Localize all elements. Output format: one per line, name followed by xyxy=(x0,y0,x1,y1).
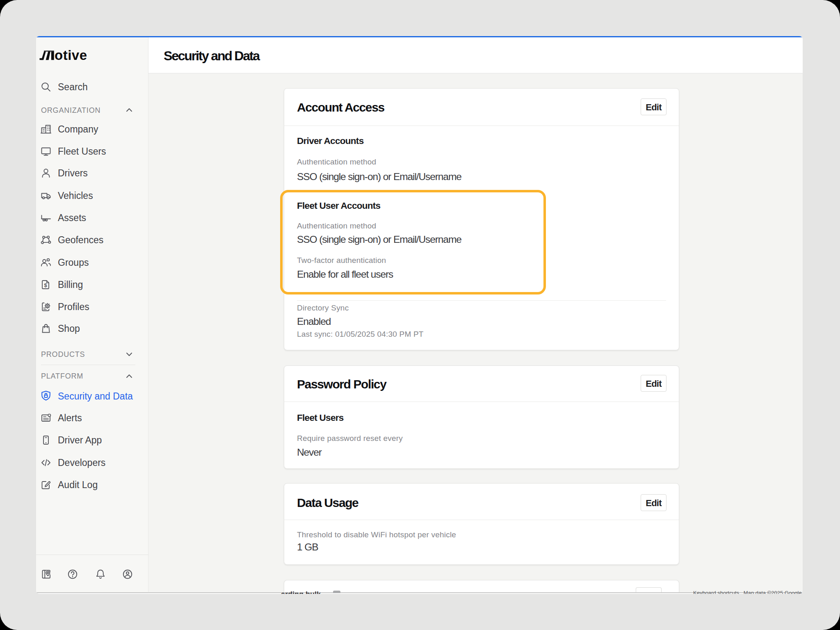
svg-text:$: $ xyxy=(44,282,48,288)
svg-text:otive: otive xyxy=(55,48,87,63)
